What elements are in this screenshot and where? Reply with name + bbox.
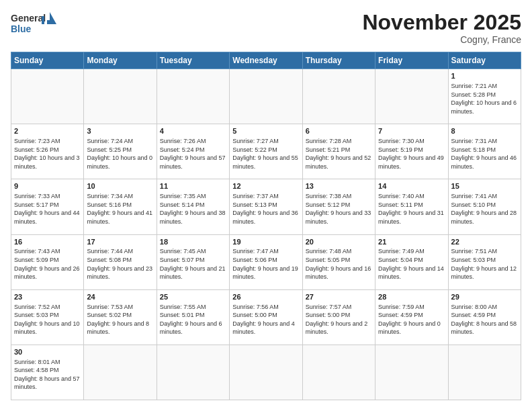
day-number: 20 (306, 237, 372, 247)
day-number: 11 (160, 181, 226, 191)
day-number: 2 (14, 126, 81, 136)
day-number: 27 (306, 292, 372, 302)
day-info: Sunrise: 7:35 AM Sunset: 5:14 PM Dayligh… (160, 192, 226, 226)
table-row: 7Sunrise: 7:30 AM Sunset: 5:19 PM Daylig… (375, 124, 448, 179)
day-number: 25 (160, 292, 226, 302)
table-row (84, 345, 157, 400)
day-number: 30 (14, 347, 81, 357)
day-info: Sunrise: 7:28 AM Sunset: 5:21 PM Dayligh… (306, 137, 372, 171)
day-info: Sunrise: 7:51 AM Sunset: 5:03 PM Dayligh… (451, 247, 518, 281)
day-number: 6 (306, 126, 372, 136)
day-info: Sunrise: 7:40 AM Sunset: 5:11 PM Dayligh… (378, 192, 445, 226)
table-row: 13Sunrise: 7:38 AM Sunset: 5:12 PM Dayli… (302, 179, 375, 234)
svg-text:General: General (11, 13, 46, 24)
day-info: Sunrise: 8:01 AM Sunset: 4:58 PM Dayligh… (14, 358, 81, 392)
table-row: 28Sunrise: 7:59 AM Sunset: 4:59 PM Dayli… (375, 289, 448, 345)
day-number: 18 (160, 237, 226, 247)
day-number: 1 (451, 71, 518, 81)
calendar-header-row: Sunday Monday Tuesday Wednesday Thursday… (11, 52, 521, 69)
day-info: Sunrise: 7:33 AM Sunset: 5:17 PM Dayligh… (14, 192, 81, 226)
calendar-week-row: 2Sunrise: 7:23 AM Sunset: 5:26 PM Daylig… (11, 124, 521, 179)
table-row: 11Sunrise: 7:35 AM Sunset: 5:14 PM Dayli… (157, 179, 229, 234)
table-row: 9Sunrise: 7:33 AM Sunset: 5:17 PM Daylig… (11, 179, 84, 234)
day-info: Sunrise: 7:37 AM Sunset: 5:13 PM Dayligh… (232, 192, 299, 226)
day-info: Sunrise: 7:31 AM Sunset: 5:18 PM Dayligh… (451, 137, 518, 171)
table-row (230, 69, 302, 124)
title-block: November 2025 Cogny, France (362, 11, 521, 45)
day-number: 7 (378, 126, 445, 136)
calendar-table: Sunday Monday Tuesday Wednesday Thursday… (11, 52, 521, 400)
table-row (375, 69, 448, 124)
calendar-week-row: 30Sunrise: 8:01 AM Sunset: 4:58 PM Dayli… (11, 345, 521, 400)
logo: GeneralBlue (11, 11, 58, 38)
day-info: Sunrise: 7:45 AM Sunset: 5:07 PM Dayligh… (160, 247, 226, 281)
table-row: 29Sunrise: 8:00 AM Sunset: 4:59 PM Dayli… (448, 289, 521, 345)
day-info: Sunrise: 7:59 AM Sunset: 4:59 PM Dayligh… (378, 303, 445, 336)
calendar-week-row: 9Sunrise: 7:33 AM Sunset: 5:17 PM Daylig… (11, 179, 521, 234)
table-row: 27Sunrise: 7:57 AM Sunset: 5:00 PM Dayli… (302, 289, 375, 345)
location-subtitle: Cogny, France (362, 34, 521, 45)
table-row: 4Sunrise: 7:26 AM Sunset: 5:24 PM Daylig… (157, 124, 229, 179)
col-saturday: Saturday (448, 52, 521, 69)
day-info: Sunrise: 7:57 AM Sunset: 5:00 PM Dayligh… (306, 303, 372, 336)
header: GeneralBlue November 2025 Cogny, France (11, 11, 521, 45)
day-info: Sunrise: 7:49 AM Sunset: 5:04 PM Dayligh… (378, 247, 445, 281)
table-row: 26Sunrise: 7:56 AM Sunset: 5:00 PM Dayli… (230, 289, 302, 345)
day-info: Sunrise: 7:21 AM Sunset: 5:28 PM Dayligh… (451, 82, 518, 116)
day-number: 10 (87, 181, 153, 191)
table-row (302, 345, 375, 400)
table-row (84, 69, 157, 124)
day-number: 13 (306, 181, 372, 191)
day-info: Sunrise: 7:53 AM Sunset: 5:02 PM Dayligh… (87, 303, 153, 336)
day-info: Sunrise: 7:26 AM Sunset: 5:24 PM Dayligh… (160, 137, 226, 171)
col-thursday: Thursday (302, 52, 375, 69)
day-number: 4 (160, 126, 226, 136)
day-info: Sunrise: 7:44 AM Sunset: 5:08 PM Dayligh… (87, 247, 153, 281)
day-info: Sunrise: 8:00 AM Sunset: 4:59 PM Dayligh… (451, 303, 518, 336)
day-info: Sunrise: 7:23 AM Sunset: 5:26 PM Dayligh… (14, 137, 81, 171)
day-number: 19 (232, 237, 299, 247)
table-row: 30Sunrise: 8:01 AM Sunset: 4:58 PM Dayli… (11, 345, 84, 400)
day-number: 8 (451, 126, 518, 136)
day-info: Sunrise: 7:52 AM Sunset: 5:03 PM Dayligh… (14, 303, 81, 336)
day-number: 9 (14, 181, 81, 191)
table-row: 18Sunrise: 7:45 AM Sunset: 5:07 PM Dayli… (157, 234, 229, 289)
table-row (157, 69, 229, 124)
col-wednesday: Wednesday (230, 52, 302, 69)
table-row: 16Sunrise: 7:43 AM Sunset: 5:09 PM Dayli… (11, 234, 84, 289)
day-number: 21 (378, 237, 445, 247)
table-row (302, 69, 375, 124)
day-number: 24 (87, 292, 153, 302)
day-info: Sunrise: 7:55 AM Sunset: 5:01 PM Dayligh… (160, 303, 226, 336)
table-row: 17Sunrise: 7:44 AM Sunset: 5:08 PM Dayli… (84, 234, 157, 289)
day-info: Sunrise: 7:43 AM Sunset: 5:09 PM Dayligh… (14, 247, 81, 281)
day-number: 28 (378, 292, 445, 302)
table-row (448, 345, 521, 400)
col-tuesday: Tuesday (157, 52, 229, 69)
table-row: 3Sunrise: 7:24 AM Sunset: 5:25 PM Daylig… (84, 124, 157, 179)
table-row: 2Sunrise: 7:23 AM Sunset: 5:26 PM Daylig… (11, 124, 84, 179)
day-number: 23 (14, 292, 81, 302)
day-info: Sunrise: 7:24 AM Sunset: 5:25 PM Dayligh… (87, 137, 153, 171)
svg-text:Blue: Blue (11, 24, 32, 34)
calendar-week-row: 16Sunrise: 7:43 AM Sunset: 5:09 PM Dayli… (11, 234, 521, 289)
day-number: 12 (232, 181, 299, 191)
table-row: 6Sunrise: 7:28 AM Sunset: 5:21 PM Daylig… (302, 124, 375, 179)
table-row: 19Sunrise: 7:47 AM Sunset: 5:06 PM Dayli… (230, 234, 302, 289)
day-number: 16 (14, 237, 81, 247)
table-row: 24Sunrise: 7:53 AM Sunset: 5:02 PM Dayli… (84, 289, 157, 345)
table-row: 14Sunrise: 7:40 AM Sunset: 5:11 PM Dayli… (375, 179, 448, 234)
day-number: 17 (87, 237, 153, 247)
day-info: Sunrise: 7:56 AM Sunset: 5:00 PM Dayligh… (232, 303, 299, 336)
calendar-week-row: 1Sunrise: 7:21 AM Sunset: 5:28 PM Daylig… (11, 69, 521, 124)
table-row (375, 345, 448, 400)
day-number: 29 (451, 292, 518, 302)
table-row: 22Sunrise: 7:51 AM Sunset: 5:03 PM Dayli… (448, 234, 521, 289)
day-info: Sunrise: 7:48 AM Sunset: 5:05 PM Dayligh… (306, 247, 372, 281)
day-info: Sunrise: 7:27 AM Sunset: 5:22 PM Dayligh… (232, 137, 299, 171)
table-row (157, 345, 229, 400)
day-number: 14 (378, 181, 445, 191)
table-row: 5Sunrise: 7:27 AM Sunset: 5:22 PM Daylig… (230, 124, 302, 179)
col-sunday: Sunday (11, 52, 84, 69)
page-title: November 2025 (362, 11, 521, 34)
